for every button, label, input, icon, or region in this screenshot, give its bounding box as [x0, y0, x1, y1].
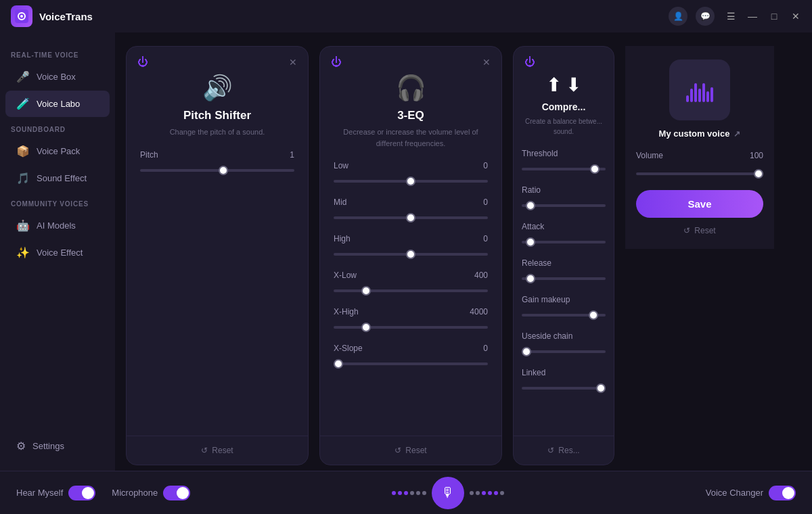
- linked-slider-container[interactable]: [522, 381, 606, 395]
- compressor-icon2: ⬇: [566, 74, 581, 96]
- gain-makeup-slider[interactable]: [522, 314, 606, 317]
- gain-makeup-label: Gain makeup: [522, 295, 570, 304]
- dot-9: [482, 491, 486, 495]
- pitch-shifter-power-button[interactable]: ⏻: [137, 56, 148, 68]
- ratio-slider-container[interactable]: [522, 199, 606, 212]
- threshold-label: Threshold: [522, 149, 558, 158]
- high-slider-container[interactable]: [334, 248, 488, 261]
- sidebar-item-voice-labo[interactable]: 🧪 Voice Labo: [5, 91, 110, 117]
- xslope-slider[interactable]: [334, 363, 488, 365]
- mic-center: 🎙: [206, 477, 689, 509]
- compressor-body: ⬆ ⬇ Compre... Create a balance betwe... …: [514, 74, 614, 436]
- custom-voice-reset-button[interactable]: ↺ Reset: [683, 226, 715, 235]
- low-slider-container[interactable]: [334, 174, 488, 188]
- reset-label: Reset: [212, 446, 233, 455]
- hear-myself-toggle[interactable]: [68, 486, 95, 500]
- sidebar-label-sound-effect: Sound Effect: [37, 173, 87, 183]
- sidebar-label-voice-effect: Voice Effect: [37, 248, 83, 258]
- share-icon[interactable]: ↗: [734, 129, 740, 139]
- ratio-label: Ratio: [522, 185, 541, 195]
- threshold-slider[interactable]: [522, 168, 606, 170]
- pitch-slider[interactable]: [140, 169, 294, 172]
- linked-slider[interactable]: [522, 387, 606, 390]
- eq-power-button[interactable]: ⏻: [331, 56, 342, 68]
- sidebar-item-voice-effect[interactable]: ✨ Voice Effect: [5, 239, 110, 266]
- sidebar-section-community: COMMUNITY VOICES 🤖 AI Models ✨ Voice Eff…: [0, 192, 115, 266]
- compressor-reset-button[interactable]: ↺ Res...: [547, 446, 579, 455]
- sidebar-item-voice-box[interactable]: 🎤 Voice Box: [5, 64, 110, 90]
- eq-close-button[interactable]: ✕: [482, 57, 491, 68]
- discord-icon[interactable]: 💬: [696, 7, 715, 26]
- xhigh-slider[interactable]: [334, 326, 488, 329]
- high-slider-group: High 0: [334, 234, 488, 261]
- eq-reset-button[interactable]: ↺ Reset: [394, 446, 426, 455]
- close-button[interactable]: ✕: [790, 11, 801, 22]
- xlow-slider[interactable]: [334, 289, 488, 292]
- mic-button[interactable]: 🎙: [432, 477, 464, 509]
- compressor-reset-icon: ↺: [547, 446, 554, 455]
- voice-name-row: My custom voice ↗: [659, 128, 741, 139]
- minimize-button[interactable]: —: [747, 11, 758, 22]
- attack-slider[interactable]: [522, 241, 606, 243]
- ratio-slider[interactable]: [522, 204, 606, 207]
- compressor-card: ⏻ ⬆ ⬇ Compre... Create a balance betwe..…: [513, 46, 614, 465]
- eq-desc: Decrease or increase the volume level of…: [334, 126, 488, 149]
- useside-chain-slider[interactable]: [522, 350, 606, 353]
- dot-5: [416, 491, 420, 495]
- bottom-bar: Hear Myself Microphone 🎙 Voic: [0, 471, 812, 514]
- low-label-row: Low 0: [334, 161, 488, 170]
- compressor-power-button[interactable]: ⏻: [524, 56, 535, 68]
- sidebar-bottom: ⚙ Settings: [0, 432, 115, 460]
- high-slider[interactable]: [334, 253, 488, 256]
- release-label-row: Release: [522, 258, 606, 268]
- cards-area: ⏻ ✕ 🔊 Pitch Shifter Change the pitch of …: [115, 32, 812, 471]
- audio-visualizer-left: [392, 491, 426, 495]
- dot-1: [392, 491, 396, 495]
- mid-label-row: Mid 0: [334, 197, 488, 207]
- useside-chain-slider-container[interactable]: [522, 345, 606, 358]
- attack-slider-container[interactable]: [522, 235, 606, 249]
- pitch-shifter-close-button[interactable]: ✕: [289, 57, 297, 68]
- mid-slider[interactable]: [334, 216, 488, 219]
- menu-icon[interactable]: ☰: [725, 11, 736, 22]
- threshold-slider-container[interactable]: [522, 162, 606, 176]
- sidebar-item-voice-pack[interactable]: 📦 Voice Pack: [5, 138, 110, 164]
- useside-chain-label: Useside chain: [522, 331, 572, 341]
- xslope-slider-container[interactable]: [334, 357, 488, 371]
- save-button[interactable]: Save: [636, 190, 763, 218]
- threshold-slider-group: Threshold: [522, 149, 606, 176]
- headphone-icon: 🎧: [396, 74, 426, 102]
- audio-visualizer-right: [470, 491, 504, 495]
- microphone-toggle[interactable]: [163, 486, 190, 500]
- useside-chain-slider-group: Useside chain: [522, 331, 606, 358]
- eq-reset-icon: ↺: [394, 446, 401, 455]
- xhigh-slider-container[interactable]: [334, 321, 488, 334]
- sidebar-item-settings[interactable]: ⚙ Settings: [5, 433, 110, 459]
- main-layout: REAL-TIME VOICE 🎤 Voice Box 🧪 Voice Labo…: [0, 32, 812, 471]
- pitch-slider-container[interactable]: [140, 164, 294, 177]
- xlow-slider-container[interactable]: [334, 284, 488, 298]
- pitch-shifter-card: ⏻ ✕ 🔊 Pitch Shifter Change the pitch of …: [126, 46, 309, 465]
- high-label-row: High 0: [334, 234, 488, 243]
- sidebar-item-sound-effect[interactable]: 🎵 Sound Effect: [5, 165, 110, 191]
- hear-myself-control: Hear Myself: [16, 486, 95, 500]
- volume-slider[interactable]: [636, 172, 763, 175]
- user-avatar-icon[interactable]: 👤: [669, 7, 687, 26]
- sidebar-item-ai-models[interactable]: 🤖 AI Models: [5, 212, 110, 239]
- titlebar-icons: 👤 💬 ☰ — □ ✕: [669, 7, 801, 26]
- pitch-shifter-reset-button[interactable]: ↺ Reset: [201, 446, 233, 455]
- xslope-value: 0: [483, 344, 488, 353]
- voice-changer-toggle[interactable]: [769, 486, 796, 500]
- release-slider[interactable]: [522, 277, 606, 280]
- release-slider-container[interactable]: [522, 272, 606, 285]
- titlebar: VoiceTrans 👤 💬 ☰ — □ ✕: [0, 0, 812, 32]
- gain-makeup-slider-container[interactable]: [522, 308, 606, 322]
- maximize-button[interactable]: □: [769, 11, 780, 22]
- mid-slider-group: Mid 0: [334, 197, 488, 225]
- microphone-control: Microphone: [112, 486, 190, 500]
- volume-slider-container[interactable]: [636, 166, 763, 178]
- mid-slider-container[interactable]: [334, 211, 488, 225]
- compressor-header: ⏻: [514, 47, 614, 74]
- pitch-shifter-footer: ↺ Reset: [127, 436, 308, 465]
- low-slider[interactable]: [334, 180, 488, 183]
